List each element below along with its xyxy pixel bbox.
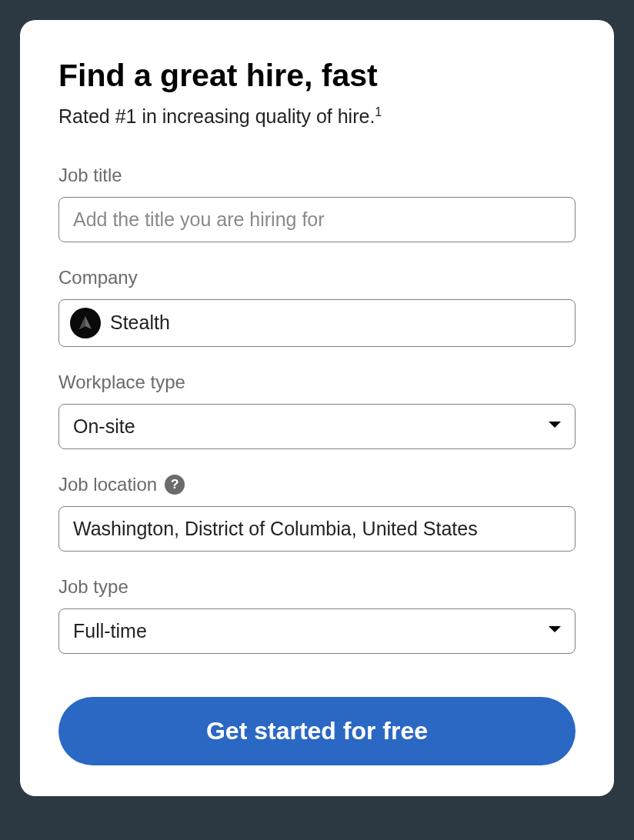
job-location-label-text: Job location	[58, 474, 157, 495]
page-title: Find a great hire, fast	[58, 57, 576, 95]
subtitle-text: Rated #1 in increasing quality of hire.	[58, 105, 375, 127]
workplace-type-select[interactable]	[58, 404, 576, 449]
job-title-label: Job title	[58, 165, 576, 186]
workplace-type-label: Workplace type	[58, 372, 576, 393]
company-group: Company	[58, 267, 576, 347]
workplace-type-group: Workplace type	[58, 372, 576, 449]
company-input-wrapper[interactable]	[58, 299, 576, 347]
job-type-group: Job type	[58, 576, 576, 654]
job-type-select-wrapper	[58, 608, 576, 654]
job-title-group: Job title	[58, 165, 576, 242]
job-posting-card: Find a great hire, fast Rated #1 in incr…	[20, 20, 614, 796]
job-location-group: Job location ?	[58, 474, 576, 552]
job-location-label: Job location ?	[58, 474, 576, 495]
job-type-label: Job type	[58, 576, 576, 598]
company-label: Company	[58, 267, 576, 288]
workplace-type-select-wrapper	[58, 404, 576, 449]
company-input[interactable]	[110, 312, 564, 334]
company-logo-icon	[70, 308, 101, 338]
job-title-input[interactable]	[58, 197, 576, 242]
job-type-select[interactable]	[58, 608, 576, 654]
page-subtitle: Rated #1 in increasing quality of hire.1	[58, 104, 576, 129]
get-started-button[interactable]: Get started for free	[58, 697, 576, 765]
help-icon[interactable]: ?	[165, 475, 185, 495]
footnote-marker: 1	[375, 105, 382, 118]
job-location-input[interactable]	[58, 506, 576, 552]
